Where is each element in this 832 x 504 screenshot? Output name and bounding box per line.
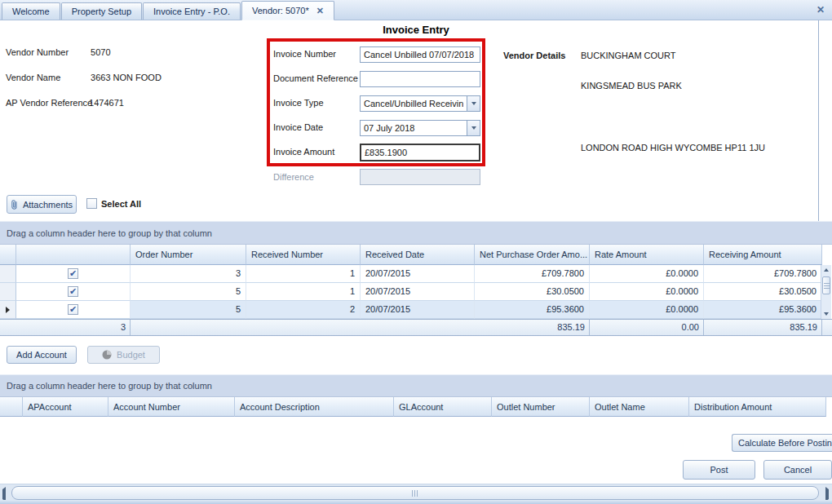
close-icon[interactable]: ✕: [817, 4, 825, 15]
add-account-button[interactable]: Add Account: [7, 346, 77, 364]
tab-label: Vendor: 5070*: [252, 2, 309, 20]
scroll-up-button[interactable]: [821, 265, 831, 275]
checkbox-icon: ✔: [68, 304, 78, 315]
cell-received-number: 1: [246, 283, 361, 301]
vendor-address-line3: LONDON ROAD HIGH WYCOMBE HP11 1JU: [581, 143, 765, 153]
add-account-label: Add Account: [16, 350, 67, 360]
window-bottom-edge: [0, 500, 832, 504]
select-all-checkbox[interactable]: [86, 198, 97, 209]
summary-net-po-amount: 835.19: [475, 320, 590, 335]
budget-button: Budget: [87, 346, 160, 364]
checkbox-icon: ✔: [68, 268, 78, 279]
post-button[interactable]: Post: [683, 460, 755, 480]
table-row[interactable]: ✔3120/07/2015£709.7800£0.0000£709.7800: [0, 265, 822, 283]
row-indicator: [0, 283, 16, 301]
accounts-grid-group-panel[interactable]: Drag a column header here to group by th…: [0, 374, 832, 397]
header-received-number[interactable]: Received Number: [246, 245, 361, 265]
header-receiving-amount[interactable]: Receiving Amount: [704, 245, 822, 265]
tab-bar: Welcome Property Setup Invoice Entry - P…: [0, 0, 832, 20]
header-gl-account[interactable]: GLAccount: [394, 397, 492, 417]
row-select-checkbox[interactable]: ✔: [16, 283, 131, 301]
ap-vendor-reference-label: AP Vendor Reference: [6, 98, 86, 108]
cell-net-po-amount: £95.3600: [475, 301, 590, 319]
header-distribution-amount[interactable]: Distribution Amount: [689, 397, 826, 417]
ap-vendor-reference-value: 1474671: [89, 98, 124, 108]
row-indicator: [0, 265, 16, 283]
header-outlet-name[interactable]: Outlet Name: [590, 397, 689, 417]
attachments-button[interactable]: Attachments: [7, 195, 77, 214]
vendor-details-label: Vendor Details: [503, 51, 565, 60]
cancel-button[interactable]: Cancel: [763, 460, 832, 480]
calculate-before-posting-button[interactable]: Calculate Before Posting: [732, 434, 832, 452]
cell-received-date: 20/07/2015: [361, 265, 475, 283]
row-indicator: [0, 301, 16, 319]
receipts-grid-summary: 3 835.19 0.00 835.19: [0, 319, 832, 336]
cell-receiving-amount: £709.7800: [704, 265, 822, 283]
invoice-type-dropdown[interactable]: [360, 95, 480, 112]
invoice-date-value[interactable]: [360, 120, 467, 136]
tab-property-setup[interactable]: Property Setup: [61, 2, 142, 20]
scroll-up-icon: [824, 268, 829, 272]
checkbox-icon: ✔: [68, 286, 78, 297]
cell-rate-amount: £0.0000: [590, 301, 704, 319]
row-select-checkbox[interactable]: ✔: [16, 265, 131, 283]
cell-rate-amount: £0.0000: [590, 283, 704, 301]
paperclip-icon: [11, 199, 18, 210]
summary-rate-amount: 0.00: [590, 320, 704, 335]
scrollbar-thumb[interactable]: [822, 276, 830, 294]
difference-input: [360, 169, 480, 185]
accounts-grid-header: APAccount Account Number Account Descrip…: [0, 397, 826, 417]
budget-label: Budget: [117, 350, 145, 360]
post-label: Post: [710, 465, 728, 475]
header-account-description[interactable]: Account Description: [235, 397, 394, 417]
table-row[interactable]: ✔5220/07/2015£95.3600£0.0000£95.3600: [0, 301, 822, 319]
summary-spacer: [131, 320, 475, 335]
header-net-po-amount[interactable]: Net Purchase Order Amo...: [475, 245, 590, 265]
invoice-type-value[interactable]: [360, 95, 467, 112]
invoice-type-label: Invoice Type: [273, 98, 324, 108]
table-row[interactable]: ✔5120/07/2015£30.0500£0.0000£30.0500: [0, 283, 822, 301]
horizontal-scrollbar[interactable]: [0, 484, 832, 500]
scroll-left-button[interactable]: [2, 489, 6, 499]
header-rate-amount[interactable]: Rate Amount: [590, 245, 704, 265]
invoice-date-dropdown-button[interactable]: [467, 120, 480, 136]
tab-vendor-5070[interactable]: Vendor: 5070* ✕: [241, 1, 334, 20]
receipts-grid-vertical-scrollbar[interactable]: [821, 265, 831, 319]
calculate-before-posting-label: Calculate Before Posting: [738, 438, 832, 448]
vendor-number-row: Vendor Number 5070: [6, 47, 111, 57]
document-reference-input[interactable]: [360, 71, 480, 87]
summary-spacer: [0, 320, 16, 335]
header-outlet-number[interactable]: Outlet Number: [492, 397, 590, 417]
scroll-right-button[interactable]: [825, 489, 829, 499]
header-account-number[interactable]: Account Number: [108, 397, 235, 417]
cell-receiving-amount: £95.3600: [704, 301, 822, 319]
vendor-address-line1: BUCKINGHAM COURT: [581, 51, 676, 60]
invoice-amount-input[interactable]: [360, 144, 480, 161]
invoice-type-dropdown-button[interactable]: [467, 95, 480, 112]
row-select-checkbox[interactable]: ✔: [16, 301, 131, 319]
invoice-date-dropdown[interactable]: [360, 120, 480, 136]
header-received-date[interactable]: Received Date: [361, 245, 475, 265]
vendor-name-row: Vendor Name 3663 NON FOOD: [6, 73, 162, 82]
scroll-down-button[interactable]: [821, 309, 831, 319]
header-indicator: [0, 245, 16, 265]
header-order-number[interactable]: Order Number: [131, 245, 246, 265]
tab-welcome[interactable]: Welcome: [2, 2, 60, 20]
close-tab-icon[interactable]: ✕: [316, 7, 324, 15]
vendor-number-label: Vendor Number: [6, 47, 88, 57]
vendor-name-value: 3663 NON FOOD: [91, 73, 162, 82]
receipts-grid-header: Order Number Received Number Received Da…: [0, 245, 822, 265]
invoice-number-label: Invoice Number: [273, 49, 336, 59]
header-checkbox-column[interactable]: [16, 245, 131, 265]
header-indicator: [0, 397, 23, 417]
header-ap-account[interactable]: APAccount: [23, 397, 108, 417]
invoice-number-input[interactable]: [360, 46, 480, 63]
cell-order-number: 5: [131, 301, 246, 319]
vendor-tab-page: Invoice Entry Vendor Number 5070 Vendor …: [0, 20, 832, 504]
scrollbar-thumb[interactable]: [11, 486, 819, 500]
group-hint-text: Drag a column header here to group by th…: [7, 381, 212, 391]
receipts-grid-group-panel[interactable]: Drag a column header here to group by th…: [0, 221, 832, 245]
tab-invoice-entry-po[interactable]: Invoice Entry - P.O.: [143, 2, 241, 20]
cell-rate-amount: £0.0000: [590, 265, 704, 283]
cell-received-date: 20/07/2015: [361, 301, 475, 319]
